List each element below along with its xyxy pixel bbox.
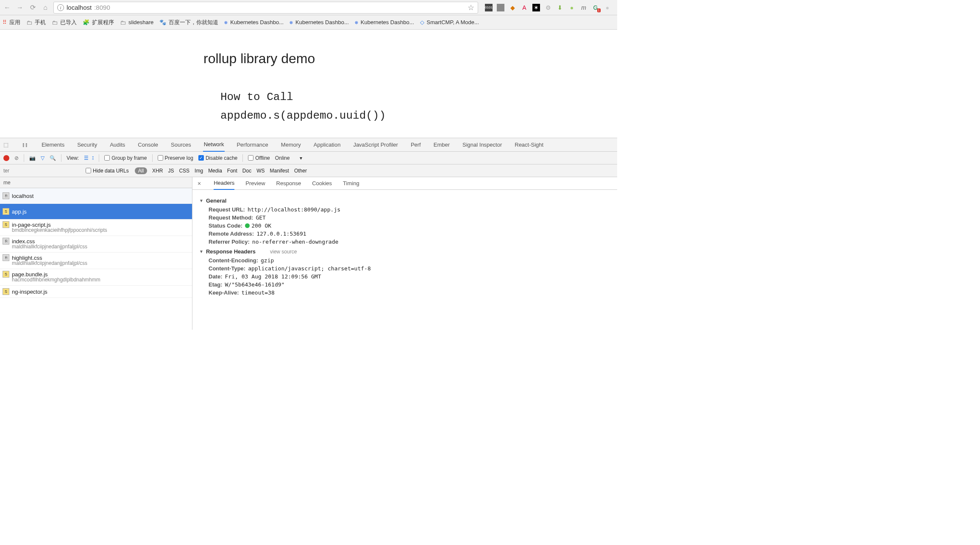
detail-tab-preview[interactable]: Preview <box>245 180 265 186</box>
detail-panel: × Headers Preview Response Cookies Timin… <box>192 177 617 330</box>
request-row[interactable]: Sng-inspector.js <box>0 286 192 298</box>
filter-js[interactable]: JS <box>168 168 174 174</box>
detail-tab-headers[interactable]: Headers <box>214 177 234 190</box>
tab-network[interactable]: Network <box>203 138 225 152</box>
bookmark-smartcmp[interactable]: ◇SmartCMP, A Mode... <box>420 19 479 25</box>
ext-icon[interactable]: ● <box>604 4 611 11</box>
hide-data-urls-check[interactable]: Hide data URLs <box>86 168 129 174</box>
tab-application[interactable]: Application <box>313 138 342 152</box>
filter-font[interactable]: Font <box>227 168 237 174</box>
forward-button[interactable]: → <box>15 3 25 12</box>
filter-all[interactable]: All <box>135 167 147 174</box>
ext-icon[interactable]: 0101 <box>485 4 493 11</box>
kv-row: Content-Type:application/javascript; cha… <box>209 265 610 272</box>
tab-sources[interactable]: Sources <box>170 138 192 152</box>
preserve-log-check[interactable]: Preserve log <box>158 155 193 161</box>
ext-angular-icon[interactable]: A <box>521 4 528 11</box>
tab-signal[interactable]: Signal Inspector <box>462 138 503 152</box>
filter-media[interactable]: Media <box>208 168 222 174</box>
detail-tab-timing[interactable]: Timing <box>343 180 359 186</box>
tab-ember[interactable]: Ember <box>433 138 451 152</box>
js-icon: S <box>3 288 9 295</box>
request-row[interactable]: Sin-page-script.jsbmdblncegkenkacieihfhp… <box>0 220 192 236</box>
tab-audits[interactable]: Audits <box>109 138 126 152</box>
filter-input[interactable] <box>3 167 80 175</box>
requests-header[interactable]: me <box>0 177 192 188</box>
k8s-icon: ⎈ <box>355 19 358 25</box>
css-icon: ⎘ <box>3 238 9 245</box>
tab-elements[interactable]: Elements <box>41 138 65 152</box>
view-source-link[interactable]: view source <box>270 249 297 255</box>
filter-img[interactable]: Img <box>195 168 203 174</box>
filter-xhr[interactable]: XHR <box>152 168 163 174</box>
ext-icon[interactable]: m <box>580 4 587 11</box>
reload-button[interactable]: ⟳ <box>28 3 37 12</box>
tab-jsprofiler[interactable]: JavaScript Profiler <box>352 138 398 152</box>
bookmark-baidu[interactable]: 🐾百度一下，你就知道 <box>159 19 218 26</box>
network-toolbar: ⊘ 📷 ▽ 🔍 View: ☰⫱ Group by frame Preserve… <box>0 152 617 164</box>
address-bar[interactable]: i localhost:8090 ☆ <box>53 2 478 14</box>
back-button[interactable]: ← <box>3 3 12 12</box>
clear-icon[interactable]: ⊘ <box>14 155 19 161</box>
filter-other[interactable]: Other <box>294 168 307 174</box>
bookmark-k8s[interactable]: ⎈Kubernetes Dashbo... <box>224 19 284 25</box>
tab-performance[interactable]: Performance <box>236 138 269 152</box>
offline-check[interactable]: Offline <box>248 155 270 161</box>
bookmark-label: SmartCMP, A Mode... <box>427 19 479 25</box>
tab-memory[interactable]: Memory <box>280 138 302 152</box>
status-dot-icon <box>245 223 250 228</box>
bookmark-folder[interactable]: 🗀已导入 <box>52 19 77 26</box>
camera-icon[interactable]: 📷 <box>29 155 36 161</box>
ext-icon[interactable]: ⚙ <box>544 4 552 11</box>
ext-icon[interactable]: ◆ <box>509 4 516 11</box>
bookmarks-bar: ⠿应用 🗀手机 🗀已导入 🧩扩展程序 🗀slideshare 🐾百度一下，你就知… <box>0 15 617 30</box>
css-icon: ⎘ <box>3 254 9 261</box>
info-icon[interactable]: i <box>57 4 64 11</box>
disable-cache-check[interactable]: ✓Disable cache <box>198 155 237 161</box>
bookmark-apps[interactable]: ⠿应用 <box>3 19 20 26</box>
group-by-frame-check[interactable]: Group by frame <box>104 155 147 161</box>
view-detail-icon[interactable]: ⫱ <box>92 155 94 161</box>
filter-ws[interactable]: WS <box>256 168 264 174</box>
search-icon[interactable]: 🔍 <box>50 155 56 161</box>
request-row[interactable]: ⎘index.cssmaldlhiallkfciipjnedanjjpnfalj… <box>0 236 192 253</box>
close-icon[interactable]: × <box>198 180 201 187</box>
throttle-select[interactable]: Online ▾ <box>275 155 302 161</box>
detail-tab-response[interactable]: Response <box>276 180 301 186</box>
request-row[interactable]: Sapp.js <box>0 204 192 220</box>
bookmark-folder[interactable]: 🗀slideshare <box>120 19 153 26</box>
section-general[interactable]: ▼General <box>199 197 610 204</box>
bookmark-star-icon[interactable]: ☆ <box>468 3 474 12</box>
bookmark-label: Kubernetes Dashbo... <box>230 19 284 25</box>
ext-icon[interactable]: ● <box>568 4 576 11</box>
requests-panel: me ⎘localhost Sapp.js Sin-page-script.js… <box>0 177 192 330</box>
filter-icon[interactable]: ▽ <box>41 155 45 161</box>
device-icon[interactable]: ⫿⫿ <box>22 142 30 148</box>
tab-react-sight[interactable]: React-Sight <box>514 138 544 152</box>
view-list-icon[interactable]: ☰ <box>84 155 89 161</box>
bookmark-folder[interactable]: 🗀手机 <box>26 19 46 26</box>
tab-console[interactable]: Console <box>137 138 159 152</box>
bookmark-extensions[interactable]: 🧩扩展程序 <box>83 19 114 26</box>
home-button[interactable]: ⌂ <box>41 3 50 12</box>
filter-doc[interactable]: Doc <box>242 168 251 174</box>
detail-tab-cookies[interactable]: Cookies <box>312 180 332 186</box>
ext-icon[interactable] <box>497 4 504 11</box>
tab-perf[interactable]: Perf <box>410 138 422 152</box>
request-row[interactable]: Spage.bundle.jshacmcodfllhbnekmghgdlplbd… <box>0 269 192 286</box>
kv-row: Etag:W/"5b643e46-161d9" <box>209 281 610 288</box>
ext-icon[interactable]: G1 <box>592 4 599 11</box>
bookmark-k8s[interactable]: ⎈Kubernetes Dashbo... <box>290 19 349 25</box>
section-response-headers[interactable]: ▼Response Headersview source <box>199 248 610 255</box>
inspect-icon[interactable]: ⬚ <box>3 142 11 148</box>
ext-download-icon[interactable]: ⬇ <box>556 4 564 11</box>
filter-manifest[interactable]: Manifest <box>270 168 289 174</box>
record-button[interactable] <box>3 155 9 161</box>
ext-icon[interactable]: ✶ <box>532 4 540 11</box>
filter-css[interactable]: CSS <box>179 168 189 174</box>
bookmark-k8s[interactable]: ⎈Kubernetes Dashbo... <box>355 19 414 25</box>
request-row[interactable]: ⎘highlight.cssmaldlhiallkfciipjnedanjjpn… <box>0 253 192 269</box>
filter-bar: Hide data URLs All XHR JS CSS Img Media … <box>0 164 617 177</box>
request-row[interactable]: ⎘localhost <box>0 188 192 204</box>
tab-security[interactable]: Security <box>76 138 98 152</box>
